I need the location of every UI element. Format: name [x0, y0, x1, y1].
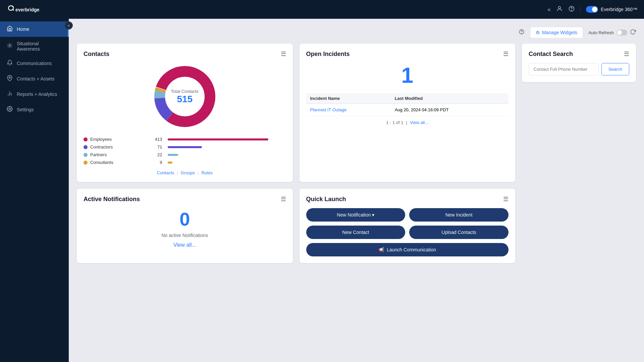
topnav-actions: « Everbridge 360™	[547, 5, 637, 14]
employees-bar-container	[168, 138, 286, 140]
contacts-card-menu-icon[interactable]: ☰	[281, 50, 286, 58]
svg-point-1	[558, 6, 561, 9]
notifications-card-title: Active Notifications	[84, 196, 140, 203]
new-contact-button[interactable]: New Contact	[306, 226, 406, 239]
settings-icon	[7, 106, 13, 113]
sidebar-item-communications-label: Communications	[17, 61, 52, 66]
sidebar-item-situational-awareness[interactable]: Situational Awareness	[0, 37, 69, 56]
employees-label: Employees	[90, 137, 150, 142]
notifications-view-all-link[interactable]: View all...	[173, 242, 196, 248]
notifications-viewall-container: View all...	[84, 242, 286, 248]
sidebar-item-reports-analytics[interactable]: Reports + Analytics	[0, 86, 69, 102]
manage-widgets-button[interactable]: ⚙ Manage Widgets	[530, 27, 583, 38]
collapse-icon[interactable]: «	[547, 6, 551, 13]
rules-link[interactable]: Rules	[201, 170, 212, 175]
logo: everbridge	[7, 4, 50, 15]
incident-name-link[interactable]: Planned IT Outage	[310, 107, 347, 112]
incidents-card-menu-icon[interactable]: ☰	[503, 50, 508, 58]
incident-name-cell: Planned IT Outage	[306, 104, 391, 116]
launch-communication-button[interactable]: 📢 Launch Communication	[306, 243, 509, 256]
sidebar-item-communications[interactable]: Communications	[0, 56, 69, 71]
notifications-card-header: Active Notifications ☰	[84, 195, 286, 203]
home-icon	[7, 25, 13, 33]
upload-contacts-button[interactable]: Upload Contacts	[409, 226, 508, 239]
widget-controls-bar: ⚙ Manage Widgets Auto Refresh	[77, 27, 636, 38]
legend-item-consultants: Consultants 9	[84, 160, 286, 165]
contact-search-card: Contact Search ☰ Search	[522, 44, 636, 82]
situational-awareness-icon	[7, 43, 13, 50]
contact-search-input[interactable]	[529, 63, 599, 75]
contact-search-menu-icon[interactable]: ☰	[624, 50, 629, 58]
auto-refresh-label: Auto Refresh	[588, 30, 614, 35]
sidebar-item-home[interactable]: Home	[0, 21, 69, 37]
contact-search-title: Contact Search	[529, 51, 573, 58]
sidebar: « Home Situational Awareness Communicati…	[0, 19, 69, 362]
contacts-card-title: Contacts	[84, 51, 109, 58]
user-icon[interactable]	[556, 5, 563, 14]
donut-center: Total Contacts 515	[171, 89, 199, 105]
main-content: ⚙ Manage Widgets Auto Refresh Contacts ☰	[69, 19, 644, 362]
new-incident-button[interactable]: New Incident	[409, 208, 508, 222]
donut-total-label: Total Contacts	[171, 89, 199, 94]
sidebar-collapse-button[interactable]: «	[65, 21, 73, 29]
legend-item-partners: Partners 22	[84, 152, 286, 157]
employees-count: 413	[152, 137, 162, 142]
donut-total-count: 515	[171, 94, 199, 105]
sidebar-item-settings[interactable]: Settings	[0, 102, 69, 117]
reports-analytics-icon	[7, 90, 13, 98]
legend-item-contractors: Contractors 71	[84, 144, 286, 149]
quicklaunch-card-menu-icon[interactable]: ☰	[503, 195, 508, 203]
manage-widgets-gear-icon: ⚙	[536, 30, 540, 35]
quicklaunch-card: Quick Launch ☰ New Notification ▾ New In…	[300, 189, 516, 263]
sidebar-item-situational-label: Situational Awareness	[17, 41, 62, 52]
table-row: Planned IT Outage Aug 20, 2024 04:16:09 …	[306, 104, 509, 116]
incidents-card-header: Open Incidents ☰	[306, 50, 509, 58]
notifications-card-menu-icon[interactable]: ☰	[281, 195, 286, 203]
auto-refresh-section: Auto Refresh	[588, 29, 636, 36]
notifications-count: 0	[84, 208, 286, 230]
sidebar-item-contacts-assets[interactable]: Contacts + Assets	[0, 71, 69, 86]
partners-bar	[168, 154, 178, 156]
auto-refresh-toggle[interactable]	[616, 29, 627, 36]
incidents-card: Open Incidents ☰ 1 Incident Name Last Mo…	[300, 44, 516, 182]
contacts-assets-icon	[7, 75, 13, 82]
contact-search-header: Contact Search ☰	[529, 50, 629, 58]
incident-modified-cell: Aug 20, 2024 04:16:09 PDT	[391, 104, 508, 116]
incidents-pagination: 1 - 1 of 1	[386, 120, 403, 125]
groups-link[interactable]: Groups	[180, 170, 195, 175]
sidebar-item-home-label: Home	[17, 26, 29, 32]
contact-search-button[interactable]: Search	[601, 63, 629, 75]
partners-count: 22	[152, 152, 162, 157]
contractors-bar-container	[168, 146, 286, 148]
donut-chart-container: Total Contacts 515	[84, 63, 286, 130]
consultants-label: Consultants	[90, 160, 150, 165]
quicklaunch-grid: New Notification ▾ New Incident New Cont…	[306, 208, 509, 239]
consultants-dot	[84, 161, 88, 165]
everbridge-360-toggle[interactable]: Everbridge 360™	[586, 6, 637, 13]
contractors-bar	[168, 146, 202, 148]
contacts-legend: Employees 413 Contractors 71	[84, 137, 286, 165]
consultants-bar-container	[168, 162, 286, 164]
sidebar-item-contacts-label: Contacts + Assets	[17, 76, 54, 81]
help-icon-small[interactable]	[519, 29, 525, 36]
help-icon[interactable]	[568, 5, 575, 14]
contacts-card-links: Contacts | Groups | Rules	[84, 170, 286, 175]
svg-point-4	[9, 45, 11, 47]
dashboard-grid: Contacts ☰	[77, 44, 636, 263]
sidebar-item-settings-label: Settings	[17, 107, 34, 112]
contacts-link[interactable]: Contacts	[157, 170, 174, 175]
manage-widgets-label: Manage Widgets	[542, 30, 577, 35]
contractors-label: Contractors	[90, 144, 150, 149]
notifications-empty-label: No active Notifications	[84, 233, 286, 238]
refresh-icon[interactable]	[630, 29, 636, 36]
app-body: « Home Situational Awareness Communicati…	[0, 19, 644, 362]
incidents-col-name: Incident Name	[306, 93, 391, 104]
nav-divider	[580, 5, 581, 13]
incidents-view-all-link[interactable]: View all...	[410, 120, 428, 125]
sidebar-item-reports-label: Reports + Analytics	[17, 92, 57, 97]
new-notification-button[interactable]: New Notification ▾	[306, 208, 406, 222]
svg-point-11	[522, 33, 522, 34]
notifications-card: Active Notifications ☰ 0 No active Notif…	[77, 189, 293, 263]
toggle-360[interactable]	[586, 6, 598, 13]
svg-text:everbridge: everbridge	[15, 7, 40, 12]
